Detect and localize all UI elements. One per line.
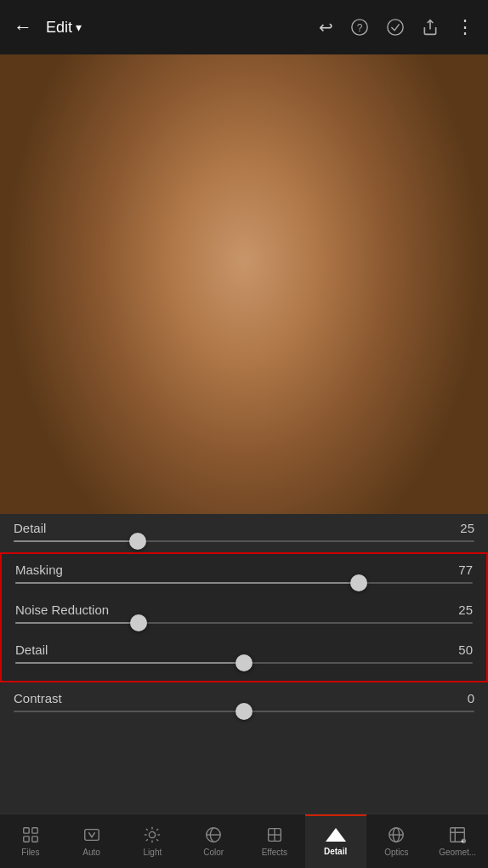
svg-text:?: ? xyxy=(357,22,363,34)
detail-bottom-slider-row: Detail 50 xyxy=(2,634,486,681)
geometry-icon: ★ xyxy=(448,825,467,844)
svg-text:★: ★ xyxy=(462,840,465,843)
detail-top-label-row: Detail 25 xyxy=(14,521,474,535)
files-icon xyxy=(21,825,40,844)
detail-bottom-value: 50 xyxy=(458,642,473,657)
check-button[interactable] xyxy=(386,18,405,37)
optics-label: Optics xyxy=(384,848,408,857)
optics-icon xyxy=(387,825,406,844)
geometry-label: Geomet... xyxy=(439,848,476,857)
detail-top-label: Detail xyxy=(14,521,46,535)
effects-icon xyxy=(265,825,284,844)
detail-bottom-track[interactable] xyxy=(15,662,473,664)
bottom-panel: Detail 25 Masking 77 Noise Reduction 25 xyxy=(0,514,488,814)
masking-label-row: Masking 77 xyxy=(15,562,473,577)
help-icon: ? xyxy=(350,18,369,37)
contrast-thumb[interactable] xyxy=(235,703,253,720)
svg-rect-4 xyxy=(32,828,37,833)
auto-icon xyxy=(82,825,101,844)
svg-point-2 xyxy=(388,20,403,35)
noise-reduction-value: 25 xyxy=(458,602,473,617)
svg-rect-5 xyxy=(24,837,29,842)
svg-line-16 xyxy=(157,829,159,831)
contrast-label: Contrast xyxy=(14,691,62,705)
check-icon xyxy=(386,18,405,37)
noise-reduction-label-row: Noise Reduction 25 xyxy=(15,602,473,617)
detail-top-slider-row: Detail 25 xyxy=(0,514,488,552)
nav-item-light[interactable]: Light xyxy=(122,814,184,868)
light-label: Light xyxy=(144,848,162,857)
red-selection-box: Masking 77 Noise Reduction 25 Detail xyxy=(0,552,488,682)
masking-label: Masking xyxy=(15,562,63,577)
effects-label: Effects xyxy=(262,848,287,857)
color-label: Color xyxy=(203,848,224,857)
detail-bottom-thumb[interactable] xyxy=(235,654,253,671)
auto-label: Auto xyxy=(82,848,100,857)
header-left: ← Edit ▾ xyxy=(14,16,82,38)
header-title: Edit ▾ xyxy=(46,19,82,37)
svg-line-14 xyxy=(157,839,159,841)
bottom-nav: Files Auto Light Color xyxy=(0,814,488,868)
share-button[interactable] xyxy=(422,19,439,36)
contrast-value: 0 xyxy=(468,691,474,705)
dropdown-icon[interactable]: ▾ xyxy=(76,20,82,34)
nav-item-geometry[interactable]: ★ Geomet... xyxy=(427,814,488,868)
noise-reduction-fill xyxy=(15,622,139,624)
share-icon xyxy=(422,19,439,36)
contrast-slider-row: Contrast 0 xyxy=(0,682,488,722)
detail-label: Detail xyxy=(324,847,347,856)
nav-item-files[interactable]: Files xyxy=(0,814,61,868)
svg-rect-6 xyxy=(32,837,37,842)
nav-item-color[interactable]: Color xyxy=(183,814,244,868)
edit-label: Edit xyxy=(46,19,72,37)
undo-button[interactable]: ↩ xyxy=(319,17,333,37)
noise-reduction-thumb[interactable] xyxy=(130,614,147,631)
detail-top-thumb[interactable] xyxy=(129,533,146,550)
detail-bottom-label: Detail xyxy=(15,642,48,657)
detail-top-track[interactable] xyxy=(14,540,474,542)
more-button[interactable]: ⋮ xyxy=(456,16,474,38)
detail-triangle-icon xyxy=(326,828,346,842)
noise-reduction-label: Noise Reduction xyxy=(15,602,109,617)
masking-thumb[interactable] xyxy=(350,574,367,591)
detail-top-fill xyxy=(14,540,138,542)
light-icon xyxy=(143,825,162,844)
noise-reduction-track[interactable] xyxy=(15,622,473,624)
masking-track[interactable] xyxy=(15,582,473,584)
masking-fill xyxy=(15,582,359,584)
color-icon xyxy=(204,825,223,844)
header: ← Edit ▾ ↩ ? ⋮ xyxy=(0,0,488,54)
masking-value: 77 xyxy=(458,562,473,577)
svg-rect-3 xyxy=(24,828,29,833)
svg-line-13 xyxy=(146,829,148,831)
header-right: ↩ ? ⋮ xyxy=(319,16,474,38)
contrast-track[interactable] xyxy=(14,711,474,712)
nav-item-detail[interactable]: Detail xyxy=(305,814,366,868)
svg-rect-7 xyxy=(84,830,99,841)
masking-slider-row: Masking 77 xyxy=(2,554,486,594)
back-button[interactable]: ← xyxy=(14,16,32,38)
photo-area xyxy=(0,54,488,514)
svg-line-15 xyxy=(146,839,148,841)
photo-background xyxy=(0,54,488,514)
files-label: Files xyxy=(21,848,39,857)
svg-point-8 xyxy=(150,831,156,837)
noise-reduction-slider-row: Noise Reduction 25 xyxy=(2,594,486,634)
detail-bottom-fill xyxy=(15,662,244,664)
nav-item-auto[interactable]: Auto xyxy=(61,814,122,868)
detail-top-value: 25 xyxy=(460,521,474,535)
nav-item-effects[interactable]: Effects xyxy=(244,814,305,868)
help-button[interactable]: ? xyxy=(350,18,369,37)
nav-item-optics[interactable]: Optics xyxy=(366,814,428,868)
